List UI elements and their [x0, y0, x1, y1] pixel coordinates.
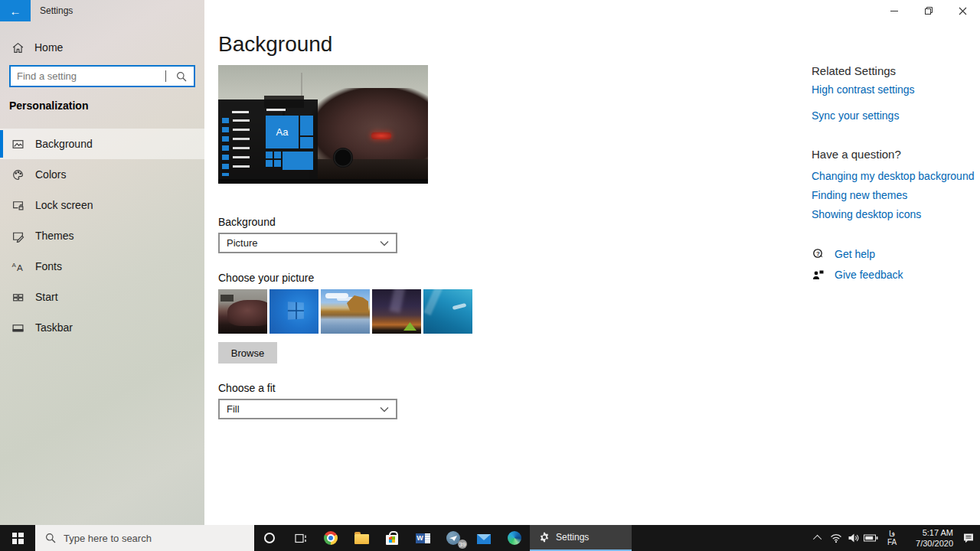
sidebar-item-label: Colors — [35, 168, 66, 181]
get-help-row[interactable]: ? Get help — [812, 243, 980, 264]
preview-car-wheel — [333, 148, 353, 168]
sidebar-item-start[interactable]: Start — [0, 282, 204, 312]
sync-your-settings-link[interactable]: Sync your settings — [812, 109, 980, 122]
sidebar-item-fonts[interactable]: AA Fonts — [0, 251, 204, 282]
text-caret — [165, 70, 166, 82]
selected-accent-bar — [0, 130, 3, 158]
page-title: Background — [218, 32, 332, 57]
minimize-button[interactable] — [877, 0, 911, 21]
cortana-button[interactable] — [254, 525, 285, 551]
background-icon — [11, 138, 24, 151]
chevron-down-icon — [380, 406, 389, 412]
sidebar-item-themes[interactable]: Themes — [0, 220, 204, 251]
get-help-link[interactable]: Get help — [835, 248, 875, 260]
word-button[interactable]: W — [407, 525, 438, 551]
language-indicator[interactable]: فا FA — [882, 530, 902, 547]
preview-tile — [300, 116, 313, 135]
search-input[interactable] — [11, 70, 165, 82]
browse-button[interactable]: Browse — [218, 342, 277, 364]
restore-icon — [924, 6, 933, 15]
store-button[interactable] — [377, 525, 407, 551]
wifi-icon — [830, 533, 842, 543]
preview-applist-icons — [222, 118, 229, 176]
related-settings-header: Related Settings — [812, 64, 980, 77]
choose-fit-dropdown[interactable]: Fill — [218, 399, 397, 419]
preview-tile-grid: Aa — [266, 109, 315, 178]
notification-badge: 39 — [458, 540, 467, 549]
picture-thumbnail-underwater[interactable] — [423, 289, 472, 334]
picture-thumbnail-windows-default[interactable] — [270, 289, 318, 334]
microsoft-store-icon — [386, 535, 398, 545]
background-type-dropdown[interactable]: Picture — [218, 233, 397, 253]
wifi-button[interactable] — [827, 525, 844, 551]
picture-thumbnail-car[interactable] — [218, 289, 267, 334]
close-icon — [959, 7, 967, 15]
personalization-header: Personalization — [9, 99, 88, 112]
preview-tile — [266, 160, 273, 167]
sidebar-item-taskbar[interactable]: Taskbar — [0, 312, 204, 343]
find-a-setting-searchbox[interactable] — [9, 65, 195, 87]
start-button[interactable] — [0, 525, 35, 551]
chrome-icon — [324, 531, 338, 545]
sidebar-item-home[interactable]: Home — [0, 35, 204, 60]
sidebar-item-background[interactable]: Background — [0, 129, 204, 159]
sidebar-nav: Background Colors Lock screen Themes — [0, 129, 204, 343]
mail-button[interactable] — [469, 525, 499, 551]
preview-tiles-header — [266, 109, 286, 111]
picture-thumbnail-beach[interactable] — [321, 289, 370, 334]
action-center-icon — [962, 533, 975, 543]
show-hidden-icons-button[interactable] — [809, 525, 827, 551]
volume-button[interactable] — [844, 525, 862, 551]
showing-desktop-icons-link[interactable]: Showing desktop icons — [812, 208, 980, 220]
sidebar-item-label: Start — [35, 291, 58, 303]
sidebar-item-label: Taskbar — [35, 321, 73, 334]
word-icon: W — [416, 532, 430, 545]
edge-button[interactable] — [499, 525, 530, 551]
taskbar-search-input[interactable] — [64, 533, 217, 544]
search-icon[interactable] — [169, 67, 194, 86]
choose-fit-value: Fill — [227, 403, 240, 415]
search-icon — [45, 533, 56, 543]
give-feedback-link[interactable]: Give feedback — [835, 269, 903, 281]
background-type-label: Background — [218, 216, 276, 228]
task-view-icon — [294, 533, 307, 544]
settings-sidebar: ← Settings Home Personalization Backgrou… — [0, 0, 204, 525]
finding-new-themes-link[interactable]: Finding new themes — [812, 189, 980, 201]
background-preview: Aa — [218, 65, 428, 184]
back-arrow-icon: ← — [10, 5, 21, 18]
picture-thumbnail-night-sky[interactable] — [372, 289, 421, 334]
file-explorer-button[interactable] — [346, 525, 377, 551]
mail-icon — [477, 534, 491, 544]
changing-desktop-background-link[interactable]: Changing my desktop background — [812, 170, 980, 182]
give-feedback-row[interactable]: Give feedback — [812, 264, 980, 285]
chrome-button[interactable] — [315, 525, 346, 551]
content-pane: Background Aa — [204, 0, 980, 525]
sidebar-item-lock-screen[interactable]: Lock screen — [0, 190, 204, 220]
minimize-icon — [890, 11, 898, 11]
have-a-question-header: Have a question? — [812, 148, 980, 161]
battery-button[interactable] — [862, 525, 880, 551]
action-center-button[interactable] — [959, 525, 977, 551]
tray-time: 5:17 AM — [907, 527, 953, 538]
settings-taskbar-button[interactable]: Settings — [530, 525, 632, 551]
taskbar-empty-area — [632, 525, 809, 551]
tray-date: 7/30/2020 — [907, 538, 953, 549]
high-contrast-settings-link[interactable]: High contrast settings — [812, 83, 980, 96]
preview-applist-labels — [233, 119, 250, 173]
back-button[interactable]: ← — [0, 0, 31, 21]
choose-fit-label: Choose a fit — [218, 382, 276, 394]
taskbar-icon — [11, 321, 24, 334]
close-button[interactable] — [946, 0, 980, 21]
sidebar-item-colors[interactable]: Colors — [0, 159, 204, 190]
preview-tile — [266, 152, 273, 158]
preview-start-menu: Aa — [218, 99, 318, 179]
clock[interactable]: 5:17 AM 7/30/2020 — [907, 527, 953, 549]
restore-button[interactable] — [911, 0, 946, 21]
themes-icon — [11, 230, 24, 243]
telegram-button[interactable]: 39 — [438, 525, 469, 551]
language-native: فا — [882, 530, 902, 539]
related-settings-panel: Related Settings High contrast settings … — [812, 64, 980, 285]
task-view-button[interactable] — [285, 525, 315, 551]
start-icon — [11, 291, 24, 304]
taskbar-search[interactable] — [35, 525, 254, 551]
